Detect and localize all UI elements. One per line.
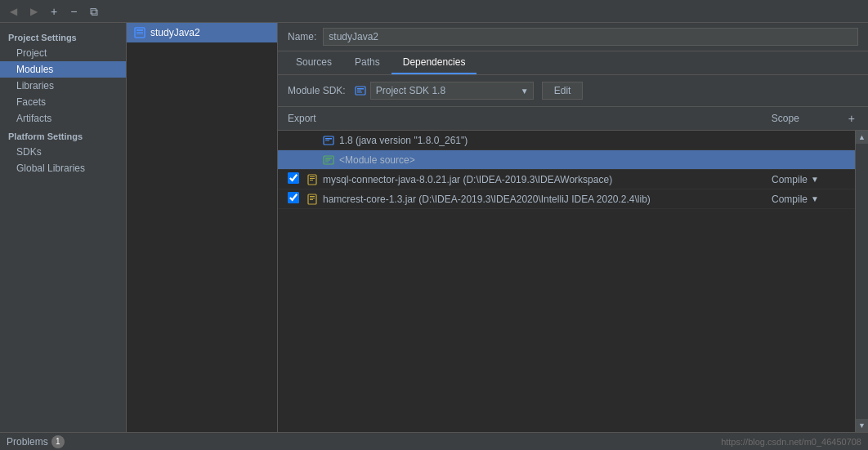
copy-button[interactable]: ⧉	[87, 4, 101, 19]
problems-label: Problems	[7, 436, 48, 448]
tab-dependencies[interactable]: Dependencies	[391, 51, 477, 74]
module-item[interactable]: studyJava2	[127, 23, 277, 42]
add-button[interactable]: +	[47, 4, 60, 19]
svg-rect-18	[310, 180, 313, 180]
col-export-label: Export	[288, 113, 337, 124]
deps-table-container: 1.8 (java version "1.8.0_261")	[278, 131, 868, 432]
dep-scope: Compile ▼	[772, 194, 845, 205]
edit-sdk-button[interactable]: Edit	[542, 82, 584, 100]
dep-scope: Compile ▼	[772, 174, 845, 185]
sidebar: Project Settings Project Modules Librari…	[0, 23, 127, 432]
tab-paths[interactable]: Paths	[343, 51, 391, 74]
scroll-down-button[interactable]: ▼	[856, 419, 868, 432]
dep-checkbox-area	[288, 192, 302, 206]
table-row[interactable]: mysql-connector-java-8.0.21.jar (D:\IDEA…	[278, 170, 855, 189]
tab-sources[interactable]: Sources	[284, 51, 343, 74]
col-scope-label: Scope	[772, 113, 845, 124]
add-dep-button[interactable]: +	[845, 110, 858, 127]
sdk-label: Module SDK:	[288, 85, 346, 96]
svg-rect-22	[310, 199, 313, 200]
sidebar-item-libraries[interactable]: Libraries	[0, 78, 126, 94]
module-icon	[133, 26, 146, 39]
back-button[interactable]: ◀	[7, 4, 20, 19]
svg-rect-20	[310, 196, 315, 197]
svg-rect-2	[136, 32, 143, 33]
svg-rect-3	[136, 33, 143, 34]
sdk-icon	[354, 84, 367, 97]
tabs-bar: Sources Paths Dependencies	[278, 51, 868, 75]
svg-rect-17	[310, 178, 315, 179]
jdk-icon	[322, 134, 335, 147]
svg-rect-16	[310, 176, 315, 177]
status-url: https://blog.csdn.net/m0_46450708	[721, 437, 861, 447]
sidebar-item-project[interactable]: Project	[0, 45, 126, 61]
svg-rect-13	[325, 159, 330, 160]
toolbar: ◀ ▶ + − ⧉	[0, 0, 868, 23]
platform-settings-label: Platform Settings	[0, 127, 126, 144]
sdk-select[interactable]: Project SDK 1.8	[370, 82, 534, 100]
problems-badge: 1	[51, 435, 65, 448]
dep-scope-label: Compile	[772, 174, 808, 185]
jar-icon	[306, 173, 319, 186]
svg-rect-1	[136, 29, 143, 31]
svg-rect-12	[325, 158, 332, 159]
name-label: Name:	[288, 31, 316, 42]
svg-rect-9	[325, 138, 332, 140]
scroll-up-button[interactable]: ▲	[856, 131, 868, 144]
source-icon	[322, 154, 335, 167]
svg-rect-10	[325, 140, 329, 140]
name-bar: Name:	[278, 23, 868, 51]
scrollbar-buttons: ▲ ▼	[855, 131, 868, 432]
scope-dropdown-icon[interactable]: ▼	[811, 175, 819, 184]
remove-button[interactable]: −	[67, 4, 80, 19]
table-row[interactable]: <Module source>	[278, 150, 855, 170]
sidebar-item-sdks[interactable]: SDKs	[0, 144, 126, 160]
scope-dropdown-icon[interactable]: ▼	[811, 194, 819, 203]
name-input[interactable]	[323, 28, 858, 46]
dep-checkbox[interactable]	[288, 192, 299, 203]
dep-name: 1.8 (java version "1.8.0_261")	[339, 135, 772, 146]
svg-rect-5	[357, 88, 364, 90]
sidebar-item-modules[interactable]: Modules	[0, 61, 126, 78]
svg-rect-21	[310, 198, 315, 198]
problems-button[interactable]: Problems 1	[7, 435, 65, 448]
deps-table-header: Export Scope +	[278, 107, 868, 131]
project-settings-label: Project Settings	[0, 28, 126, 45]
forward-button[interactable]: ▶	[27, 4, 41, 19]
content-area: Name: Sources Paths Dependencies Module …	[278, 23, 868, 432]
module-name: studyJava2	[150, 27, 200, 38]
sidebar-item-facets[interactable]: Facets	[0, 94, 126, 110]
table-row[interactable]: hamcrest-core-1.3.jar (D:\IDEA-2019.3\ID…	[278, 189, 855, 209]
dep-checkbox[interactable]	[288, 172, 299, 184]
module-panel: studyJava2	[127, 23, 278, 432]
svg-rect-6	[357, 91, 361, 91]
dep-name: <Module source>	[339, 154, 772, 166]
sidebar-item-global-libraries[interactable]: Global Libraries	[0, 160, 126, 176]
svg-rect-7	[357, 92, 362, 93]
sidebar-item-artifacts[interactable]: Artifacts	[0, 110, 126, 127]
dep-scope-label: Compile	[772, 194, 808, 205]
main-layout: Project Settings Project Modules Librari…	[0, 23, 868, 432]
deps-list: 1.8 (java version "1.8.0_261")	[278, 131, 855, 432]
dep-name: hamcrest-core-1.3.jar (D:\IDEA-2019.3\ID…	[323, 194, 772, 205]
jar-icon	[306, 193, 319, 206]
svg-rect-14	[325, 161, 329, 162]
status-bar: Problems 1 https://blog.csdn.net/m0_4645…	[0, 432, 868, 450]
dep-checkbox-area	[288, 172, 302, 186]
table-row[interactable]: 1.8 (java version "1.8.0_261")	[278, 131, 855, 150]
dep-name: mysql-connector-java-8.0.21.jar (D:\IDEA…	[323, 174, 772, 185]
sdk-bar: Module SDK: Project SDK 1.8 ▼ Edit	[278, 75, 868, 107]
sdk-select-wrapper: Project SDK 1.8 ▼	[354, 82, 534, 100]
